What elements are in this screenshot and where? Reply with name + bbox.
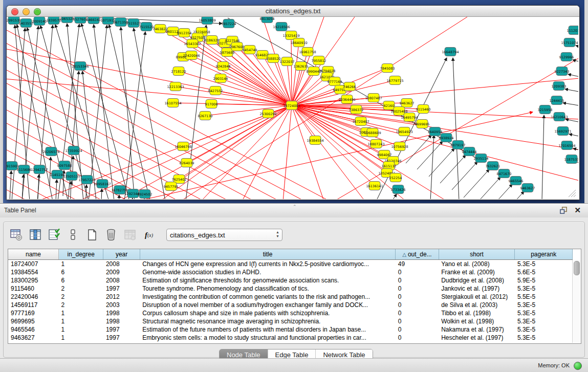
table-cell[interactable]: Estimation of the future numbers of pati… (140, 325, 395, 334)
edge[interactable] (132, 198, 133, 199)
table-row[interactable]: 1872400712008Changes of HCN gene express… (8, 260, 573, 269)
table-cell[interactable]: 9777169 (8, 309, 58, 317)
selected-edge[interactable] (7, 78, 292, 105)
function-builder-icon[interactable]: f(x) (142, 228, 156, 242)
edge[interactable] (576, 46, 578, 52)
table-cell[interactable]: 5.6E-5 (515, 268, 573, 276)
edge[interactable] (542, 115, 544, 199)
edge[interactable] (406, 135, 431, 163)
edge[interactable] (578, 162, 578, 169)
table-cell[interactable]: 5.3E-5 (515, 334, 573, 342)
show-columns-icon[interactable] (29, 228, 42, 242)
table-cell[interactable]: 1 (58, 325, 103, 334)
network-canvas[interactable]: 7463822960112889123542322605893275051654… (7, 17, 578, 199)
table-cell[interactable]: 2 (58, 285, 103, 293)
edge[interactable] (89, 25, 107, 199)
table-cell[interactable]: Tourette syndrome. Phenomenology and cla… (140, 285, 395, 293)
table-cell[interactable]: 5.3E-5 (515, 260, 573, 269)
table-cell[interactable]: 5.3E-5 (515, 317, 573, 325)
selected-edge[interactable] (192, 43, 292, 105)
selected-edge[interactable] (221, 78, 292, 105)
table-row[interactable]: 2242004622012Investigating the contribut… (8, 293, 573, 301)
table-cell[interactable]: 9115460 (8, 285, 58, 293)
edge[interactable] (475, 177, 500, 199)
edge[interactable] (565, 89, 578, 96)
table-cell[interactable]: Tibbo et al. (1998) (439, 309, 515, 317)
selected-edge[interactable] (201, 105, 292, 199)
edge[interactable] (563, 103, 578, 109)
column-header-name[interactable]: name (8, 249, 58, 260)
table-vertical-scrollbar[interactable] (572, 260, 580, 343)
edge[interactable] (134, 28, 165, 199)
table-cell[interactable]: Disruption of a novel member of a sodium… (140, 301, 395, 309)
table-cell[interactable]: 1 (58, 260, 103, 269)
table-cell[interactable]: 5.9E-5 (515, 276, 573, 285)
table-cell[interactable]: Nakamura et al. (1997) (439, 325, 515, 334)
table-mode-icon[interactable] (10, 228, 23, 242)
table-cell[interactable]: 0 (396, 285, 439, 293)
table-cell[interactable]: 0 (396, 301, 439, 309)
new-column-icon[interactable] (85, 228, 99, 242)
table-cell[interactable]: 9463627 (8, 334, 58, 342)
table-cell[interactable]: 1998 (103, 317, 140, 325)
column-header-pagerank[interactable]: pagerank (515, 249, 573, 260)
table-cell[interactable]: 1997 (103, 334, 140, 342)
selected-edge[interactable] (160, 105, 292, 199)
table-cell[interactable]: Dudbridge et al. (2008) (439, 276, 515, 285)
column-header-short[interactable]: short (439, 249, 515, 260)
edge[interactable] (143, 199, 144, 199)
table-cell[interactable]: 0 (396, 325, 439, 334)
table-cell[interactable]: 0 (396, 276, 439, 285)
table-row[interactable]: 911546021997Tourette syndrome. Phenomeno… (8, 285, 573, 293)
table-cell[interactable]: 22420046 (8, 293, 58, 301)
window-titlebar[interactable]: citations_edges.txt (7, 6, 579, 17)
close-panel-icon[interactable]: ✕ (574, 206, 581, 215)
table-cell[interactable]: 18724007 (8, 260, 58, 269)
table-cell[interactable]: 2 (58, 293, 103, 301)
table-cell[interactable]: 14569117 (8, 301, 58, 309)
table-row[interactable]: 1830029562008Estimation of significance … (8, 276, 573, 285)
table-cell[interactable]: 1997 (103, 325, 140, 334)
delete-table-icon[interactable] (123, 228, 137, 242)
table-cell[interactable]: 2003 (103, 301, 140, 309)
table-cell[interactable]: 2 (58, 301, 103, 309)
table-cell[interactable]: 1997 (103, 285, 140, 293)
table-cell[interactable]: 9465546 (8, 325, 58, 334)
table-cell[interactable]: 1998 (103, 309, 140, 317)
edge[interactable] (72, 156, 73, 186)
table-row[interactable]: 977716911998Corpus callosum shape and si… (8, 309, 573, 317)
edge[interactable] (101, 189, 102, 199)
table-cell[interactable]: 18300295 (8, 276, 58, 285)
table-cell[interactable]: 6 (58, 268, 103, 276)
table-row[interactable]: 1938455462009Genome-wide association stu… (8, 268, 573, 276)
table-cell[interactable]: Structural magnetic resonance image aver… (140, 317, 395, 325)
column-header-out_de[interactable]: △out_de... (396, 249, 439, 260)
table-row[interactable]: 946362711997Embryonic stem cells: a mode… (8, 334, 573, 342)
table-cell[interactable]: 2009 (103, 268, 140, 276)
edge[interactable] (569, 134, 578, 141)
table-cell[interactable]: 1 (58, 309, 103, 317)
table-cell[interactable]: 2008 (103, 276, 140, 285)
canvas-resize-grip[interactable] (569, 190, 576, 197)
table-cell[interactable]: Genome-wide association studies in ADHD. (140, 268, 395, 276)
pill-icon[interactable] (67, 228, 80, 242)
float-panel-icon[interactable] (560, 207, 568, 214)
table-cell[interactable]: Hescheler et al. (1997) (439, 334, 515, 342)
row-selection-icon[interactable] (48, 228, 61, 242)
edge[interactable] (50, 157, 51, 186)
table-cell[interactable]: 5.3E-5 (515, 309, 573, 317)
edge[interactable] (565, 119, 578, 126)
scrollbar-thumb[interactable] (574, 261, 580, 275)
table-cell[interactable]: Jankovic et al. (1997) (439, 285, 515, 293)
table-cell[interactable]: Yano et al. (2008) (439, 260, 515, 269)
edge[interactable] (10, 171, 11, 199)
table-cell[interactable]: 19384554 (8, 268, 58, 276)
table-cell[interactable]: Changes of HCN gene expression and I(f) … (140, 260, 395, 269)
edge[interactable] (568, 74, 578, 81)
table-row[interactable]: 1456911722003Disruption of a novel membe… (8, 301, 573, 309)
table-cell[interactable]: Stergiakouli et al. (2012) (439, 293, 515, 301)
network-window[interactable]: citations_edges.txt 74638229601128891235… (6, 5, 580, 200)
table-cell[interactable]: 6 (58, 276, 103, 285)
table-cell[interactable]: 5.3E-5 (515, 285, 573, 293)
table-cell[interactable]: 2008 (103, 260, 140, 269)
